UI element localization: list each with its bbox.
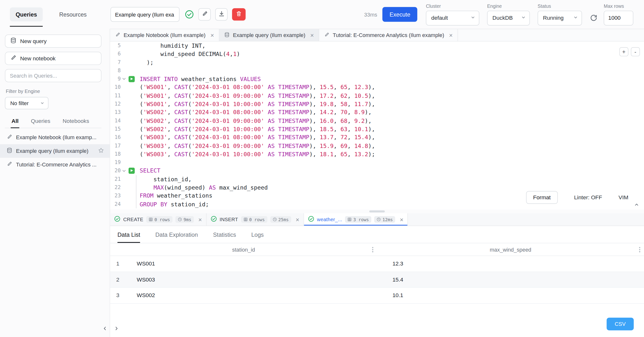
sidebar-tab-queries[interactable]: Queries xyxy=(30,115,51,128)
code-line[interactable]: 17('WS003', CAST('2024-03-01 09:00:00' A… xyxy=(110,142,644,150)
code-line[interactable]: 16('WS003', CAST('2024-03-01 08:00:00' A… xyxy=(110,133,644,142)
result-tab-bar: CREATE 0 rows 9ms × INSERT 0 rows 25ms ×… xyxy=(110,213,644,226)
code-line[interactable]: 7 ); xyxy=(110,58,644,67)
close-icon[interactable]: × xyxy=(310,32,314,38)
editor-tab[interactable]: Example query (Ilum example) × xyxy=(219,29,319,41)
table-header: station_id max_wind_speed xyxy=(110,243,644,256)
tab-data-exploration[interactable]: Data Exploration xyxy=(156,226,198,243)
code-line[interactable]: 6 wind_speed DECIMAL(4,1) xyxy=(110,50,644,58)
result-tab[interactable]: INSERT 0 rows 25ms × xyxy=(206,213,304,226)
cluster-select[interactable]: default xyxy=(426,11,479,25)
format-button[interactable]: Format xyxy=(526,191,558,204)
linter-toggle[interactable]: Linter: OFF xyxy=(574,194,602,200)
new-query-button[interactable]: New query xyxy=(5,35,102,48)
code-line[interactable]: 19 xyxy=(110,158,644,166)
table-row[interactable]: 1 WS001 12.3 xyxy=(110,256,644,272)
row-count-badge: 3 rows xyxy=(345,216,371,223)
tab-statistics[interactable]: Statistics xyxy=(213,226,236,243)
close-icon[interactable]: × xyxy=(210,32,214,38)
close-icon[interactable]: × xyxy=(198,216,202,222)
panel-divider xyxy=(110,209,644,213)
cluster-value: default xyxy=(431,15,448,21)
tab-logs[interactable]: Logs xyxy=(251,226,264,243)
list-item[interactable]: Example query (Ilum example) xyxy=(0,144,110,158)
code-line[interactable]: 5 humidity INT, xyxy=(110,42,644,50)
tab-queries[interactable]: Queries xyxy=(10,0,43,29)
line-number: 14 xyxy=(110,117,121,125)
table-row[interactable]: 2 WS003 15.4 xyxy=(110,272,644,288)
check-circle-icon xyxy=(185,10,194,19)
tab-resources[interactable]: Resources xyxy=(54,0,92,29)
editor-tab[interactable]: Tutorial: E-Commerce Analytics (Ilum exa… xyxy=(319,29,458,41)
result-view-tabs: Data List Data Exploration Statistics Lo… xyxy=(110,226,644,243)
rename-query-button[interactable] xyxy=(198,8,211,21)
download-query-button[interactable] xyxy=(215,8,228,21)
code-line[interactable]: 8 xyxy=(110,67,644,75)
line-number: 9 xyxy=(110,75,121,83)
column-header-station-id[interactable]: station_id xyxy=(110,243,377,256)
star-icon[interactable] xyxy=(98,147,104,155)
line-number: 18 xyxy=(110,150,121,158)
execute-button[interactable]: Execute xyxy=(382,7,417,22)
line-number: 10 xyxy=(110,83,121,92)
code-line[interactable]: 10('WS001', CAST('2024-03-01 08:00:00' A… xyxy=(110,83,644,92)
cell-max-wind-speed: 15.4 xyxy=(388,276,644,282)
max-rows-input[interactable] xyxy=(604,11,634,25)
column-header-max-wind-speed[interactable]: max_wind_speed xyxy=(377,243,644,256)
run-cell-button[interactable] xyxy=(128,168,134,174)
zoom-in-button[interactable]: + xyxy=(620,47,628,56)
search-input[interactable] xyxy=(5,69,102,82)
prev-page-button[interactable] xyxy=(101,324,108,333)
close-icon[interactable]: × xyxy=(296,216,300,222)
line-number: 15 xyxy=(110,125,121,133)
tab-data-list[interactable]: Data List xyxy=(118,226,140,243)
code-line[interactable]: 14('WS002', CAST('2024-03-01 09:00:00' A… xyxy=(110,117,644,125)
close-icon[interactable]: × xyxy=(400,216,404,222)
line-number: 7 xyxy=(110,58,121,67)
refresh-button[interactable] xyxy=(590,6,598,23)
code-line[interactable]: 13('WS002', CAST('2024-03-01 08:00:00' A… xyxy=(110,108,644,117)
fold-chevron-icon xyxy=(122,77,126,81)
code-line[interactable]: 20SELECT xyxy=(110,167,644,175)
collapse-editor-button[interactable] xyxy=(634,201,639,209)
code-line[interactable]: 21 station_id, xyxy=(110,175,644,183)
check-circle-icon xyxy=(308,216,314,223)
pencil-icon xyxy=(6,134,12,141)
sidebar-tab-notebooks[interactable]: Notebooks xyxy=(62,115,90,128)
zoom-out-button[interactable]: - xyxy=(631,47,640,56)
result-tab[interactable]: weather_... 3 rows 12ms × xyxy=(304,213,408,226)
cell-station-id: WS002 xyxy=(132,292,388,298)
engine-filter-select[interactable]: No filter xyxy=(5,97,48,110)
sql-editor[interactable]: 5 humidity INT,6 wind_speed DECIMAL(4,1)… xyxy=(110,42,644,210)
sidebar-tab-all[interactable]: All xyxy=(11,115,20,128)
export-csv-button[interactable]: CSV xyxy=(606,317,634,330)
code-line[interactable]: 15('WS002', CAST('2024-03-01 10:00:00' A… xyxy=(110,125,644,133)
close-icon[interactable]: × xyxy=(449,32,453,38)
code-line[interactable]: 22 MAX(wind_speed) AS max_wind_speed xyxy=(110,183,644,191)
engine-select[interactable]: DuckDB xyxy=(487,11,530,25)
line-number: 20 xyxy=(110,167,121,175)
editor-tab[interactable]: Example Notebook (Ilum example) × xyxy=(110,29,220,41)
code-line[interactable]: 18('WS003', CAST('2024-03-01 10:00:00' A… xyxy=(110,150,644,158)
list-item[interactable]: Example Notebook (Ilum examp... xyxy=(0,131,110,144)
new-notebook-label: New notebook xyxy=(20,55,56,61)
resize-handle[interactable] xyxy=(369,210,385,212)
new-notebook-button[interactable]: New notebook xyxy=(5,52,102,65)
column-menu-icon[interactable] xyxy=(639,247,640,252)
result-tab[interactable]: CREATE 0 rows 9ms × xyxy=(110,213,206,226)
engine-value: DuckDB xyxy=(492,15,513,21)
code-line[interactable]: 9INSERT INTO weather_stations VALUES xyxy=(110,75,644,83)
result-tab-label: weather_... xyxy=(317,217,342,222)
run-cell-button[interactable] xyxy=(128,76,134,82)
next-page-button[interactable] xyxy=(112,324,120,333)
status-select[interactable]: Running xyxy=(538,11,582,25)
table-row[interactable]: 3 WS002 10.1 xyxy=(110,288,644,303)
code-line[interactable]: 11('WS001', CAST('2024-03-01 09:00:00' A… xyxy=(110,92,644,100)
query-name-input[interactable] xyxy=(110,7,180,22)
column-menu-icon[interactable] xyxy=(372,247,373,252)
code-line[interactable]: 12('WS001', CAST('2024-03-01 10:00:00' A… xyxy=(110,100,644,108)
list-item[interactable]: Tutorial: E-Commerce Analytics ... xyxy=(0,158,110,171)
vim-toggle[interactable]: VIM xyxy=(618,194,628,200)
delete-query-button[interactable] xyxy=(232,8,246,21)
row-index: 3 xyxy=(110,292,133,298)
